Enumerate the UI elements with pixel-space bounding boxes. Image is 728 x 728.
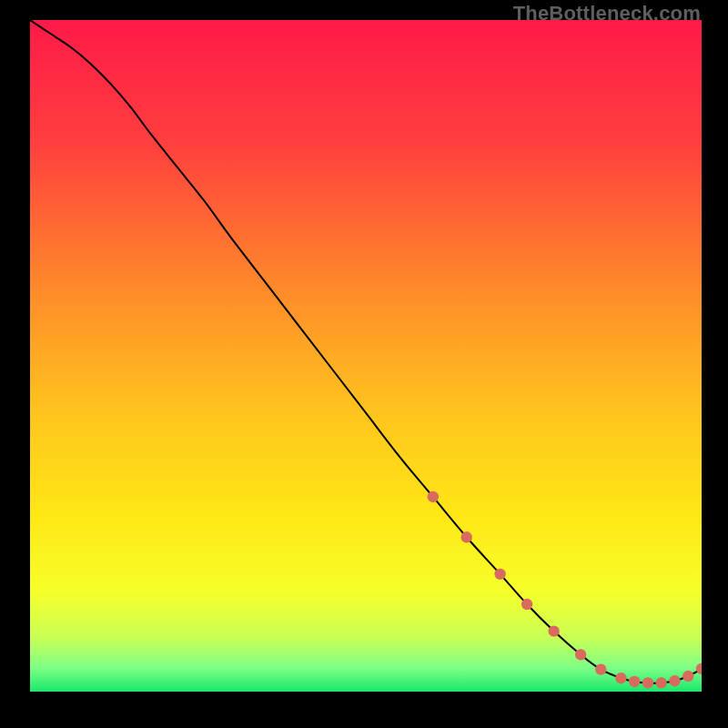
curve-dot [696, 663, 702, 674]
curve-dot [575, 649, 586, 660]
chart-curve-layer [30, 20, 702, 692]
watermark-text: TheBottleneck.com [513, 2, 701, 25]
curve-dot [669, 675, 680, 686]
bottleneck-curve [30, 20, 702, 683]
chart-frame [30, 20, 702, 692]
curve-dot [494, 569, 505, 580]
curve-dot [656, 677, 667, 688]
curve-dot [428, 491, 439, 502]
curve-dot [595, 663, 606, 674]
curve-dot [548, 625, 559, 636]
curve-dot [521, 599, 532, 610]
curve-dots [428, 491, 702, 689]
curve-dot [642, 677, 653, 688]
curve-dot [629, 676, 640, 687]
curve-dot [682, 671, 693, 682]
curve-dot [461, 531, 472, 542]
curve-dot [615, 672, 626, 683]
